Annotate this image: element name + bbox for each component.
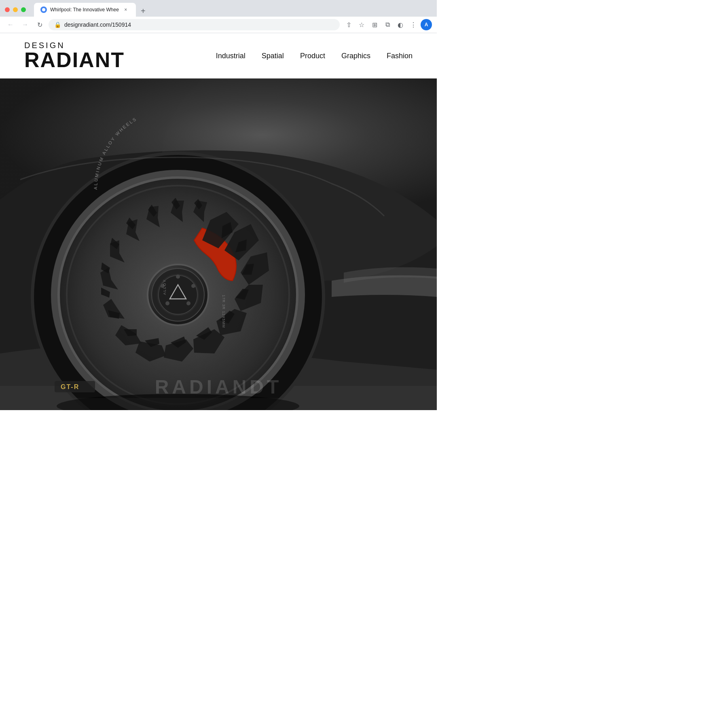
browser-chrome: Whirlpool: The Innovative Whee × + ← → ↻… [0, 0, 437, 33]
hero-section: ALUMINUM ALLOY WHEELS ALLOY 17R 3R 12X5M… [0, 78, 437, 410]
bookmark-button[interactable]: ☆ [356, 19, 367, 30]
new-tab-button[interactable]: + [138, 5, 149, 17]
site-header: DESIGN RADIANT Industrial Spatial Produc… [0, 33, 437, 78]
svg-point-0 [42, 8, 45, 11]
website-content: DESIGN RADIANT Industrial Spatial Produc… [0, 33, 437, 410]
arc-icon: ◐ [398, 21, 403, 29]
window-controls [5, 7, 26, 12]
svg-point-21 [191, 284, 195, 288]
svg-text:17R 3R 12X5MM: 17R 3R 12X5MM [222, 295, 226, 328]
more-button[interactable]: ⋮ [408, 19, 419, 30]
toolbar-icons: ⇧ ☆ ⊞ ⧉ ◐ ⋮ A [343, 19, 432, 30]
refresh-button[interactable]: ↻ [34, 19, 45, 30]
svg-text:GT-R: GT-R [61, 383, 79, 390]
address-bar-row: ← → ↻ 🔒 designradiant.com/150914 ⇧ ☆ ⊞ ⧉ [0, 16, 437, 33]
active-tab[interactable]: Whirlpool: The Innovative Whee × [34, 3, 136, 17]
svg-point-20 [176, 275, 180, 279]
nav-graphics[interactable]: Graphics [341, 52, 370, 60]
svg-rect-31 [0, 398, 437, 410]
watermark: RADIANDT [155, 376, 282, 398]
logo-area[interactable]: DESIGN RADIANT [24, 41, 125, 70]
close-button[interactable] [5, 7, 10, 12]
nav-spatial[interactable]: Spatial [262, 52, 284, 60]
svg-point-22 [186, 301, 190, 305]
nav-product[interactable]: Product [300, 52, 325, 60]
hero-image: ALUMINUM ALLOY WHEELS ALLOY 17R 3R 12X5M… [0, 78, 437, 410]
tab-close-button[interactable]: × [122, 6, 129, 13]
share-icon: ⇧ [346, 21, 351, 29]
profile-button[interactable]: A [421, 19, 432, 30]
tab-bar: Whirlpool: The Innovative Whee × + [31, 3, 152, 17]
split-button[interactable]: ⧉ [382, 19, 393, 30]
tab-title: Whirlpool: The Innovative Whee [50, 7, 119, 13]
secure-icon: 🔒 [54, 21, 61, 28]
title-bar: Whirlpool: The Innovative Whee × + [0, 0, 437, 16]
back-button[interactable]: ← [5, 19, 16, 30]
share-button[interactable]: ⇧ [343, 19, 354, 30]
forward-button[interactable]: → [19, 19, 31, 30]
svg-point-23 [165, 301, 169, 305]
logo-radiant-text: RADIANT [24, 49, 125, 70]
maximize-button[interactable] [21, 7, 26, 12]
address-field[interactable]: 🔒 designradiant.com/150914 [49, 19, 340, 30]
extensions-button[interactable]: ⊞ [369, 19, 380, 30]
split-icon: ⧉ [385, 21, 390, 28]
minimize-button[interactable] [13, 7, 18, 12]
site-nav: Industrial Spatial Product Graphics Fash… [216, 52, 413, 60]
tab-favicon [40, 6, 47, 13]
more-icon: ⋮ [410, 21, 417, 29]
url-text: designradiant.com/150914 [64, 21, 334, 28]
arc-button[interactable]: ◐ [395, 19, 406, 30]
nav-industrial[interactable]: Industrial [216, 52, 245, 60]
nav-fashion[interactable]: Fashion [387, 52, 413, 60]
puzzle-icon: ⊞ [372, 21, 377, 29]
svg-text:ALLOY: ALLOY [163, 279, 167, 295]
star-icon: ☆ [359, 21, 364, 29]
